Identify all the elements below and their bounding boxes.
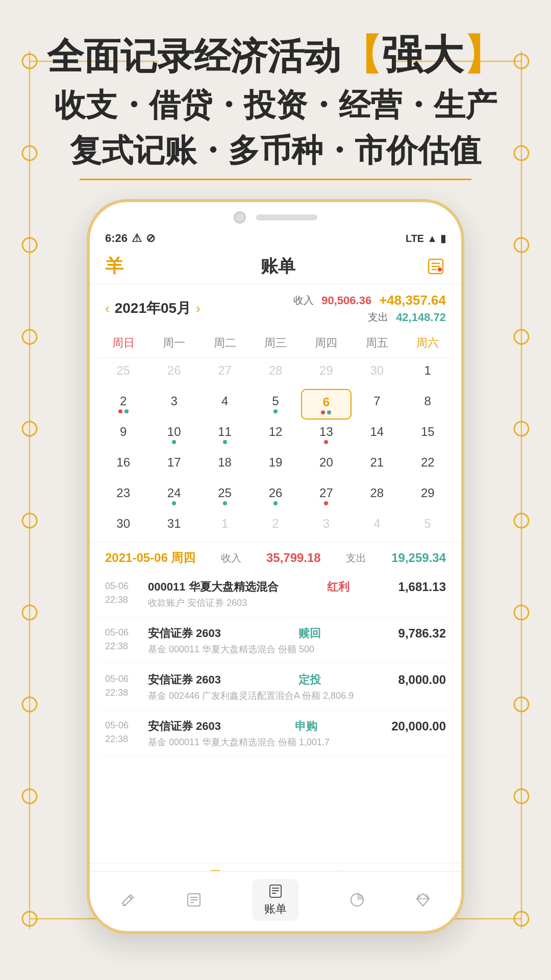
day-number: 2 xyxy=(272,517,279,530)
calendar-week-row: 9101112131415 xyxy=(98,420,453,450)
calendar-day[interactable]: 6 xyxy=(301,389,352,420)
app-logo: 羊 xyxy=(105,254,131,279)
calendar-day[interactable]: 12 xyxy=(250,420,300,450)
day-dots xyxy=(100,409,146,413)
day-number: 24 xyxy=(167,486,181,500)
calendar-day[interactable]: 25 xyxy=(199,481,250,511)
calendar-day[interactable]: 15 xyxy=(403,420,453,450)
day-number: 27 xyxy=(218,363,232,377)
day-number: 29 xyxy=(421,486,435,500)
status-right: LTE ▲ ▮ xyxy=(406,232,446,244)
calendar-day[interactable]: 27 xyxy=(301,481,352,511)
nav-diamond[interactable] xyxy=(415,892,431,908)
tx-name: 安信证券 2603 xyxy=(148,626,221,641)
svg-point-22 xyxy=(514,605,529,620)
calendar-day[interactable]: 24 xyxy=(148,481,199,511)
expense-dot xyxy=(327,410,331,414)
day-number: 8 xyxy=(424,394,431,408)
calendar-day[interactable]: 19 xyxy=(250,450,300,481)
calendar-nav-left: ‹ 2021年05月 › xyxy=(105,299,201,318)
prev-month-button[interactable]: ‹ xyxy=(105,301,110,316)
calendar-day[interactable]: 21 xyxy=(352,450,402,481)
day-dots xyxy=(252,409,298,413)
tx-name: 安信证券 2603 xyxy=(148,672,221,688)
income-label: 收入 xyxy=(293,293,314,307)
calendar-day[interactable]: 25 xyxy=(98,358,148,389)
expense-dot xyxy=(223,501,227,505)
svg-point-25 xyxy=(514,912,529,926)
transaction-item[interactable]: 05-0622:38安信证券 2603申购20,000.00基金 000011 … xyxy=(98,710,453,757)
transaction-list: 05-0622:38000011 华夏大盘精选混合红利1,681.13收款账户 … xyxy=(90,571,461,757)
tx-time: 05-0622:38 xyxy=(105,672,141,700)
calendar-day[interactable]: 14 xyxy=(352,420,402,450)
calendar-day[interactable]: 30 xyxy=(98,511,148,542)
phone-outer: 6:26 ⚠ ⊘ LTE ▲ ▮ 羊 账单 xyxy=(87,199,464,934)
calendar-nav: ‹ 2021年05月 › 收入 90,506.36 +48,357.64 支出 … xyxy=(90,284,461,328)
calendar-day[interactable]: 2 xyxy=(98,389,148,420)
calendar-day[interactable]: 1 xyxy=(199,511,250,542)
calendar-day[interactable]: 9 xyxy=(98,420,148,450)
calendar-day[interactable]: 5 xyxy=(403,511,453,542)
header-section: 全面记录经济活动【强大】 收支・借贷・投资・经营・生产 复式记账・多币种・市价估… xyxy=(0,20,551,190)
bracket-open: 【 xyxy=(341,32,382,78)
calendar-day[interactable]: 23 xyxy=(98,481,148,511)
transaction-item[interactable]: 05-0622:38000011 华夏大盘精选混合红利1,681.13收款账户 … xyxy=(98,571,453,618)
calendar-day[interactable]: 13 xyxy=(301,420,352,450)
transaction-item[interactable]: 05-0622:38安信证券 2603定投8,000.00基金 002446 广… xyxy=(98,664,453,710)
calendar-day[interactable]: 2 xyxy=(250,511,300,542)
day-dots xyxy=(151,440,197,444)
svg-point-12 xyxy=(22,605,37,620)
calendar-day[interactable]: 20 xyxy=(301,450,352,481)
status-time: 6:26 xyxy=(105,232,128,245)
calendar-day[interactable]: 29 xyxy=(403,481,453,511)
calendar-day[interactable]: 11 xyxy=(199,420,250,450)
day-number: 22 xyxy=(421,455,435,469)
calendar-day[interactable]: 4 xyxy=(352,511,402,542)
transaction-item[interactable]: 05-0622:38安信证券 2603赎回9,786.32基金 000011 华… xyxy=(98,618,453,664)
tx-type: 红利 xyxy=(327,579,349,595)
edit-icon[interactable] xyxy=(425,256,446,277)
calendar-day[interactable]: 31 xyxy=(148,511,199,542)
calendar-day[interactable]: 4 xyxy=(199,389,250,420)
calendar-day[interactable]: 16 xyxy=(98,450,148,481)
calendar-day[interactable]: 27 xyxy=(199,358,250,389)
calendar-week-row: 2526272829301 xyxy=(98,358,453,389)
nav-ledger[interactable]: 账单 xyxy=(252,879,299,921)
nav-list[interactable] xyxy=(186,892,202,908)
nav-ledger-label: 账单 xyxy=(264,901,287,917)
day-header-tue: 周二 xyxy=(199,332,250,354)
calendar-day[interactable]: 3 xyxy=(148,389,199,420)
svg-point-31 xyxy=(438,267,442,272)
day-number: 30 xyxy=(116,517,130,530)
tx-time: 05-0622:38 xyxy=(105,626,141,653)
calendar-day[interactable]: 8 xyxy=(403,389,453,420)
calendar-day[interactable]: 17 xyxy=(148,450,199,481)
calendar-day[interactable]: 5 xyxy=(250,389,300,420)
calendar-day[interactable]: 10 xyxy=(148,420,199,450)
day-number: 15 xyxy=(421,425,435,438)
calendar-day[interactable]: 18 xyxy=(199,450,250,481)
day-header-fri: 周五 xyxy=(352,332,402,354)
day-dots xyxy=(202,501,248,505)
nav-edit[interactable] xyxy=(120,892,136,908)
next-month-button[interactable]: › xyxy=(196,301,201,316)
calendar-month: 2021年05月 xyxy=(115,299,191,318)
balance-value: +48,357.64 xyxy=(379,292,446,308)
calendar-day[interactable]: 28 xyxy=(250,358,300,389)
calendar-day[interactable]: 26 xyxy=(148,358,199,389)
calendar-day[interactable]: 28 xyxy=(352,481,402,511)
calendar-day[interactable]: 1 xyxy=(403,358,453,389)
day-number: 1 xyxy=(424,363,431,377)
calendar-day[interactable]: 26 xyxy=(250,481,300,511)
calendar-day[interactable]: 7 xyxy=(352,389,402,420)
tx-detail: 收款账户 安信证券 2603 xyxy=(148,597,446,609)
day-number: 18 xyxy=(218,455,232,469)
nav-chart[interactable] xyxy=(349,892,365,908)
calendar-day[interactable]: 22 xyxy=(403,450,453,481)
calendar-day[interactable]: 30 xyxy=(352,358,402,389)
day-number: 3 xyxy=(170,394,177,408)
income-value: 90,506.36 xyxy=(321,294,371,307)
tx-type: 定投 xyxy=(298,672,321,688)
calendar-day[interactable]: 29 xyxy=(301,358,352,389)
calendar-day[interactable]: 3 xyxy=(301,511,352,542)
